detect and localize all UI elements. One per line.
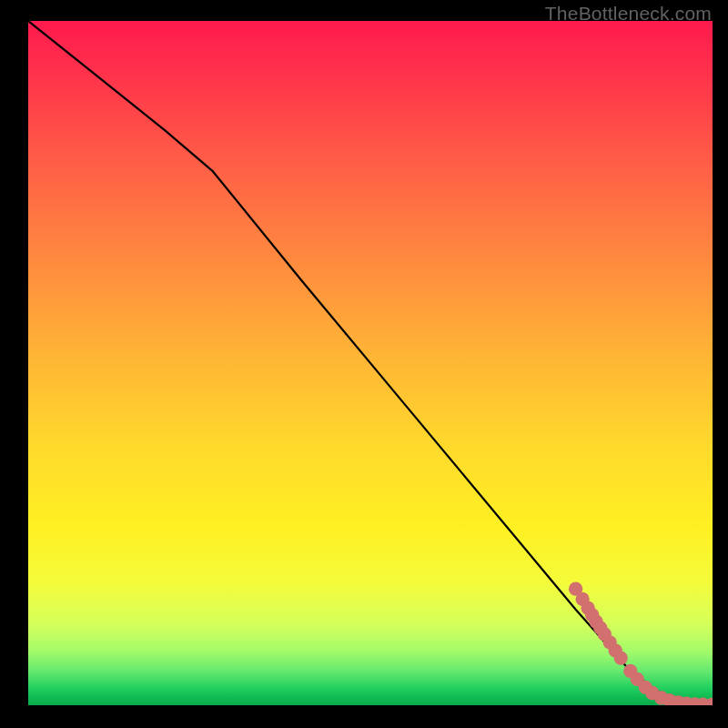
watermark-text: TheBottleneck.com xyxy=(545,3,712,25)
scatter-point xyxy=(614,651,628,664)
chart-svg xyxy=(28,21,713,705)
curve-line xyxy=(28,21,713,704)
plot-area xyxy=(28,21,713,705)
chart-frame: TheBottleneck.com xyxy=(0,0,728,728)
scatter-points xyxy=(569,581,713,705)
